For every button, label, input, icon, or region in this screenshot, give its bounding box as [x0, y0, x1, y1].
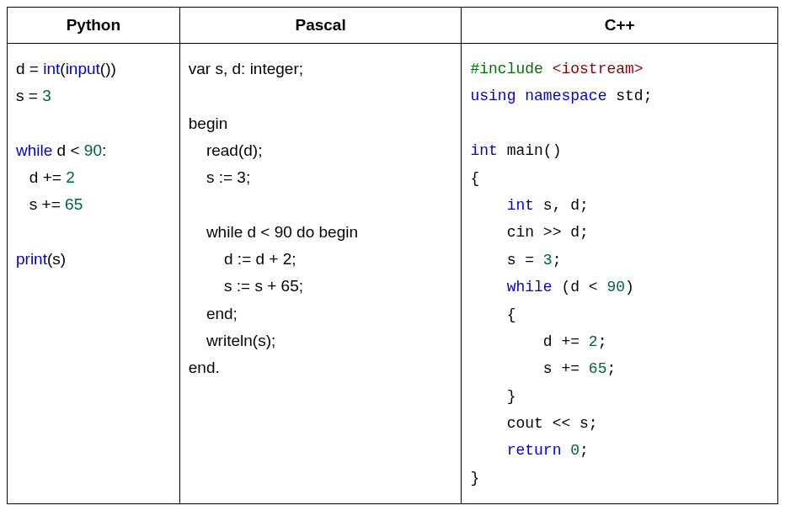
header-cpp: C++ — [462, 8, 778, 44]
python-code: d = int(input()) s = 3 while d < 90: d +… — [16, 56, 171, 273]
cpp-code: #include <iostream> using namespace std;… — [470, 56, 769, 492]
pascal-code: var s, d: integer; begin read(d); s := 3… — [189, 56, 453, 382]
header-python: Python — [8, 8, 180, 44]
code-comparison-table: Python Pascal C++ d = int(input()) s = 3… — [7, 7, 778, 504]
cell-cpp: #include <iostream> using namespace std;… — [462, 44, 778, 504]
cell-pascal: var s, d: integer; begin read(d); s := 3… — [179, 44, 462, 504]
cell-python: d = int(input()) s = 3 while d < 90: d +… — [8, 44, 180, 504]
header-pascal: Pascal — [179, 8, 462, 44]
